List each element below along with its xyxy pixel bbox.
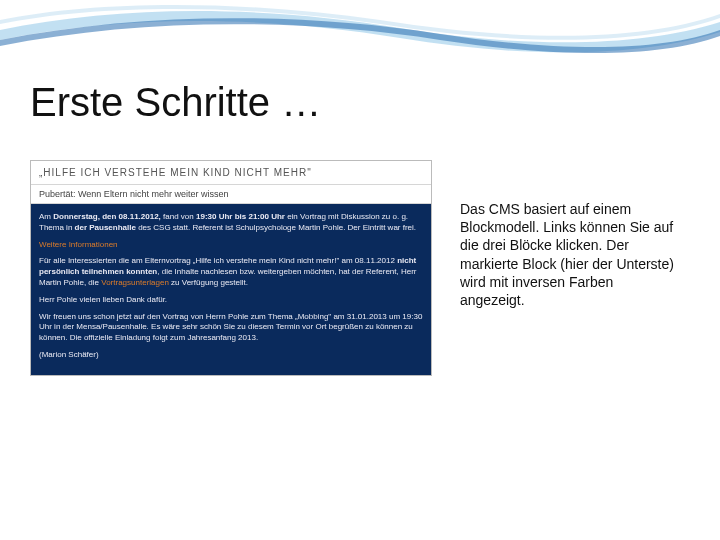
cms-block-header[interactable]: „HILFE ICH VERSTEHE MEIN KIND NICHT MEHR… bbox=[31, 161, 431, 184]
text: zu Verfügung gestellt. bbox=[169, 278, 248, 287]
text: Am bbox=[39, 212, 53, 221]
text-bold: 19:30 Uhr bis 21:00 Uhr bbox=[196, 212, 285, 221]
cms-more-info-link[interactable]: Weitere Informationen bbox=[39, 240, 118, 249]
text: des CSG statt. Referent ist Schulpsychol… bbox=[136, 223, 416, 232]
decorative-swoosh bbox=[0, 0, 720, 70]
cms-block-subheader[interactable]: Pubertät: Wenn Eltern nicht mehr weiter … bbox=[31, 184, 431, 203]
text: fand von bbox=[161, 212, 196, 221]
cms-paragraph: Am Donnerstag, den 08.11.2012, fand von … bbox=[39, 212, 423, 234]
slide: Erste Schritte … „HILFE ICH VERSTEHE MEI… bbox=[0, 0, 720, 540]
cms-paragraph: (Marion Schäfer) bbox=[39, 350, 423, 361]
cms-block-selected[interactable]: Am Donnerstag, den 08.11.2012, fand von … bbox=[31, 203, 431, 375]
text-bold: der Pausenhalle bbox=[75, 223, 136, 232]
cms-link-line: Weitere Informationen bbox=[39, 240, 423, 251]
description-text: Das CMS basiert auf einem Blockmodell. L… bbox=[460, 200, 680, 309]
text-highlight: Vortragsunterlagen bbox=[101, 278, 169, 287]
text: Für alle Interessierten die am Elternvor… bbox=[39, 256, 397, 265]
cms-panel: „HILFE ICH VERSTEHE MEIN KIND NICHT MEHR… bbox=[30, 160, 432, 376]
cms-paragraph: Für alle Interessierten die am Elternvor… bbox=[39, 256, 423, 288]
cms-paragraph: Wir freuen uns schon jetzt auf den Vortr… bbox=[39, 312, 423, 344]
text-bold: Donnerstag, den 08.11.2012, bbox=[53, 212, 161, 221]
page-title: Erste Schritte … bbox=[30, 80, 321, 125]
cms-paragraph: Herr Pohle vielen lieben Dank dafür. bbox=[39, 295, 423, 306]
